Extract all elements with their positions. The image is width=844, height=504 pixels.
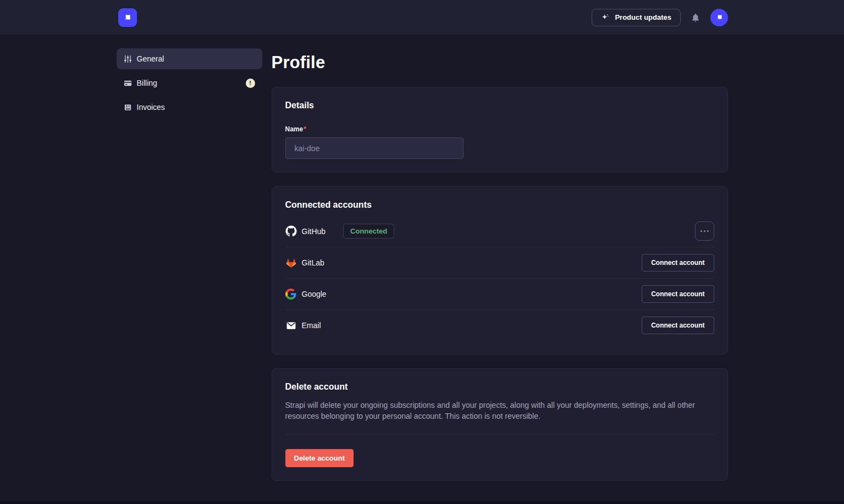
delete-account-description: Strapi will delete your ongoing subscrip… xyxy=(285,400,714,422)
name-input[interactable] xyxy=(285,137,464,159)
dot xyxy=(700,230,702,232)
bottom-edge-strip xyxy=(0,501,844,504)
invoice-icon: $ xyxy=(124,103,132,112)
required-asterisk: * xyxy=(304,125,306,133)
page-container: General Billing ! $ Invoices Profile xyxy=(117,35,728,504)
top-navigation-bar: Product updates xyxy=(0,0,844,35)
connected-status-badge: Connected xyxy=(343,224,394,239)
page-title: Profile xyxy=(272,53,728,73)
google-icon xyxy=(285,289,297,300)
divider xyxy=(285,434,714,435)
topbar-actions: Product updates xyxy=(592,9,728,26)
sidebar-item-general[interactable]: General xyxy=(117,48,262,69)
billing-warning-badge: ! xyxy=(246,79,255,88)
main-content: Profile Details Name* Connected accounts xyxy=(272,48,728,504)
connected-accounts-list: GitHub Connected xyxy=(285,215,714,341)
google-connect-account-button[interactable]: Connect account xyxy=(642,285,714,303)
sliders-icon xyxy=(124,55,132,63)
settings-sidebar: General Billing ! $ Invoices xyxy=(117,48,262,504)
sidebar-item-label: General xyxy=(137,54,164,63)
account-row-gitlab: GitLab Connect account xyxy=(285,247,714,278)
strapi-logo[interactable] xyxy=(118,8,137,27)
credit-card-icon xyxy=(124,79,132,87)
connected-accounts-card: Connected accounts GitHub Connected xyxy=(272,186,728,355)
name-field-group: Name* xyxy=(285,124,714,159)
name-label: Name* xyxy=(285,125,306,133)
product-updates-button[interactable]: Product updates xyxy=(592,9,681,26)
delete-account-button[interactable]: Delete account xyxy=(285,449,354,467)
sidebar-item-label: Invoices xyxy=(137,103,165,112)
sparkles-icon xyxy=(601,13,610,22)
gitlab-connect-account-button[interactable]: Connect account xyxy=(642,254,714,272)
bell-icon xyxy=(691,13,700,23)
dot xyxy=(704,230,705,232)
delete-account-card: Delete account Strapi will delete your o… xyxy=(272,368,728,481)
svg-text:$: $ xyxy=(125,104,127,107)
account-row-github: GitHub Connected xyxy=(285,215,714,247)
notifications-button[interactable] xyxy=(689,12,702,24)
github-icon xyxy=(285,225,297,237)
avatar-strapi-glyph-icon xyxy=(715,13,724,22)
name-label-text: Name xyxy=(285,125,304,133)
strapi-logo-icon xyxy=(122,12,133,23)
sidebar-item-label: Billing xyxy=(137,79,157,87)
account-name: GitLab xyxy=(302,258,324,267)
account-row-google: Google Connect account xyxy=(285,278,714,309)
email-connect-account-button[interactable]: Connect account xyxy=(642,317,714,334)
sidebar-item-invoices[interactable]: $ Invoices xyxy=(117,97,262,118)
account-name: Google xyxy=(302,290,327,298)
connected-accounts-title: Connected accounts xyxy=(285,200,714,210)
dot xyxy=(707,230,709,232)
user-avatar[interactable] xyxy=(710,9,728,26)
account-name: Email xyxy=(302,321,321,330)
product-updates-label: Product updates xyxy=(615,13,671,21)
account-row-email: Email Connect account xyxy=(285,309,714,341)
gitlab-icon xyxy=(285,257,297,269)
delete-account-title: Delete account xyxy=(285,382,714,392)
details-card: Details Name* xyxy=(272,87,728,173)
github-more-options-button[interactable] xyxy=(695,221,714,241)
email-icon xyxy=(285,320,297,331)
account-name: GitHub xyxy=(302,227,326,236)
sidebar-item-billing[interactable]: Billing ! xyxy=(117,73,262,93)
details-title: Details xyxy=(285,101,714,110)
